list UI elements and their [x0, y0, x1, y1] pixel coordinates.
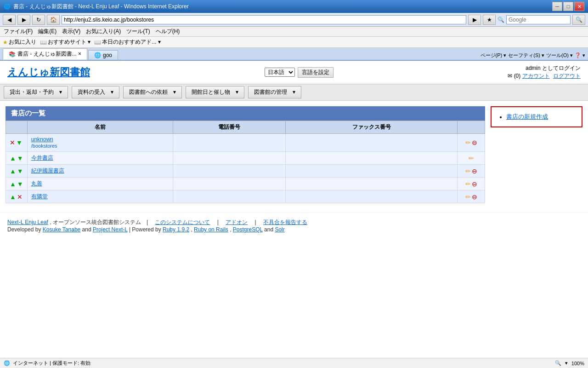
row-fax-4: [286, 178, 458, 190]
message-count: (0): [514, 73, 521, 79]
create-bookstore-link[interactable]: 書店の新規作成: [506, 113, 548, 120]
favorites-label: お気に入り: [9, 38, 36, 46]
window-controls[interactable]: ─ □ ✕: [552, 2, 584, 11]
search-button[interactable]: 🔍: [572, 15, 585, 25]
row-name-4: 丸善: [27, 178, 173, 190]
edit-button-1[interactable]: ✏: [465, 139, 471, 146]
footer-text-1: , オープンソース統合図書館システム |: [50, 219, 153, 225]
table-row: ▲ ▼ 丸善 ✏ ⊖: [6, 178, 485, 190]
menu-favorites[interactable]: お気に入り(A): [86, 28, 121, 35]
tools-button[interactable]: ツール(O) ▾: [546, 52, 573, 59]
row-fax-2: [286, 152, 458, 165]
language-set-button[interactable]: 言語を設定: [298, 67, 334, 78]
bookstore-section: 書店の一覧 名前 電話番号 ファックス番号 ✕ ▼: [6, 106, 485, 203]
arrow-down-4[interactable]: ▼: [17, 181, 23, 187]
row-phone-1: [173, 134, 286, 152]
refresh-button[interactable]: ↻: [32, 15, 45, 25]
arrow-down-2[interactable]: ▼: [17, 155, 23, 161]
minimize-button[interactable]: ─: [552, 2, 562, 11]
menu-help[interactable]: ヘルプ(H): [156, 28, 180, 35]
help-button[interactable]: ❓ ▾: [575, 52, 585, 58]
rails-link[interactable]: Ruby on Rails: [194, 226, 228, 233]
sidebar-list: 書店の新規作成: [497, 113, 576, 121]
app-title-link[interactable]: えんじゅ新図書館: [7, 65, 90, 79]
bookstore-link-5[interactable]: 有隣堂: [31, 193, 48, 200]
title-bar: 🌐 書店 - えんじゅ新図書館 - Next-L Enju Leaf - Win…: [0, 0, 588, 13]
edit-button-3[interactable]: ✏: [465, 167, 471, 175]
safety-button[interactable]: セーフティ(S) ▾: [508, 52, 544, 59]
arrow-up-2[interactable]: ▲: [10, 155, 16, 161]
delete-button-1[interactable]: ⊖: [472, 139, 477, 146]
row-name-3: 紀伊國屋書店: [27, 165, 173, 178]
ruby-link[interactable]: Ruby 1.9.2: [163, 226, 189, 233]
nav-checkout[interactable]: 貸出・返却・予約 ▾: [4, 86, 68, 98]
delete-button-5[interactable]: ⊖: [472, 193, 477, 201]
nav-calendar[interactable]: 開館日と催し物 ▾: [186, 86, 244, 98]
edit-button-5[interactable]: ✏: [465, 193, 471, 201]
nav-request[interactable]: 図書館への依頼 ▾: [123, 86, 182, 98]
favorites-bar: ★ お気に入り 📖 おすすめサイト ▾ 📖 本日のおすすめアド... ▾: [0, 37, 588, 48]
logout-link[interactable]: ログアウト: [553, 73, 581, 79]
delete-button-4[interactable]: ⊖: [472, 180, 477, 188]
nav-acquisition[interactable]: 資料の受入 ▾: [72, 86, 119, 98]
report-link[interactable]: 不具合を報告する: [263, 219, 307, 225]
footer-sep-1: |: [212, 219, 224, 225]
row-name-2: 今井書店: [27, 152, 173, 165]
arrow-up-4[interactable]: ▲: [10, 181, 16, 187]
kosuke-link[interactable]: Kosuke Tanabe: [43, 226, 81, 233]
addon-link[interactable]: アドオン: [226, 219, 248, 225]
arrow-up-3[interactable]: ▲: [10, 168, 16, 174]
forward-button[interactable]: ▶: [17, 15, 30, 25]
tab-bar: 📚 書店 - えんじゅ新図書... × 🌐 goo ページ(P) ▾ セーフティ…: [0, 48, 588, 61]
bookmark-icon: 📖: [40, 39, 47, 46]
recommended-sites-item[interactable]: 📖 おすすめサイト ▾: [40, 38, 90, 46]
bookstore-link-1[interactable]: unknown: [31, 136, 53, 143]
favorites-star-button[interactable]: ★: [483, 15, 496, 25]
postgresql-link[interactable]: PostgreSQL: [233, 226, 263, 233]
table-row: ▲ ✕ 有隣堂 ✏ ⊖: [6, 190, 485, 203]
project-link[interactable]: Project Next-L: [93, 226, 128, 233]
about-link[interactable]: このシステムについて: [155, 219, 210, 225]
app-header: えんじゅ新図書館 日本語 English 言語を設定 admin としてログイン…: [0, 61, 588, 84]
account-link[interactable]: アカウント: [522, 73, 550, 79]
back-button[interactable]: ◀: [3, 15, 16, 25]
menu-edit[interactable]: 編集(E): [38, 28, 57, 35]
col-header-edit: [458, 121, 485, 134]
row-phone-4: [173, 178, 286, 190]
delete-button-3[interactable]: ⊖: [472, 167, 477, 175]
row-phone-5: [173, 190, 286, 203]
go-button[interactable]: ▶: [468, 15, 481, 25]
bookstore-link-3[interactable]: 紀伊國屋書店: [31, 167, 64, 174]
tab-bookstore[interactable]: 📚 書店 - えんじゅ新図書... ×: [3, 48, 87, 60]
menu-tools[interactable]: ツール(T): [126, 28, 150, 35]
bookstore-link-4[interactable]: 丸善: [31, 180, 42, 187]
arrow-down-1[interactable]: ▼: [16, 139, 23, 146]
row-fax-1: [286, 134, 458, 152]
footer-text-7: and: [264, 226, 275, 233]
home-button[interactable]: 🏠: [47, 15, 60, 25]
bookstore-link-2[interactable]: 今井書店: [31, 155, 53, 161]
solr-link[interactable]: Solr: [275, 226, 284, 233]
nav-admin[interactable]: 図書館の管理 ▾: [248, 86, 301, 98]
remove-icon-1[interactable]: ✕: [10, 139, 15, 146]
address-input[interactable]: [62, 15, 466, 24]
arrow-down-3[interactable]: ▼: [17, 168, 23, 174]
language-select[interactable]: 日本語 English: [265, 68, 295, 77]
menu-file[interactable]: ファイル(F): [4, 28, 33, 35]
edit-button-4[interactable]: ✏: [465, 180, 471, 188]
arrow-up-5[interactable]: ▲: [10, 194, 16, 200]
edit-button-2[interactable]: ✏: [469, 155, 474, 162]
page-button[interactable]: ページ(P) ▾: [481, 52, 507, 59]
bookstore-path-1[interactable]: /bookstores: [31, 143, 57, 149]
favorites-item[interactable]: ★ お気に入り: [3, 38, 36, 46]
menu-view[interactable]: 表示(V): [62, 28, 80, 35]
close-button[interactable]: ✕: [574, 2, 584, 11]
remove-icon-5[interactable]: ✕: [17, 193, 23, 201]
tab-goo[interactable]: 🌐 goo: [88, 50, 118, 60]
star-icon: ★: [3, 39, 8, 46]
search-input[interactable]: [506, 15, 571, 24]
daily-recommended-item[interactable]: 📖 本日のおすすめアド... ▾: [94, 38, 160, 46]
table-row: ▲ ▼ 紀伊國屋書店 ✏ ⊖: [6, 165, 485, 178]
restore-button[interactable]: □: [563, 2, 573, 11]
enju-leaf-link[interactable]: Next-L Enju Leaf: [7, 219, 48, 225]
